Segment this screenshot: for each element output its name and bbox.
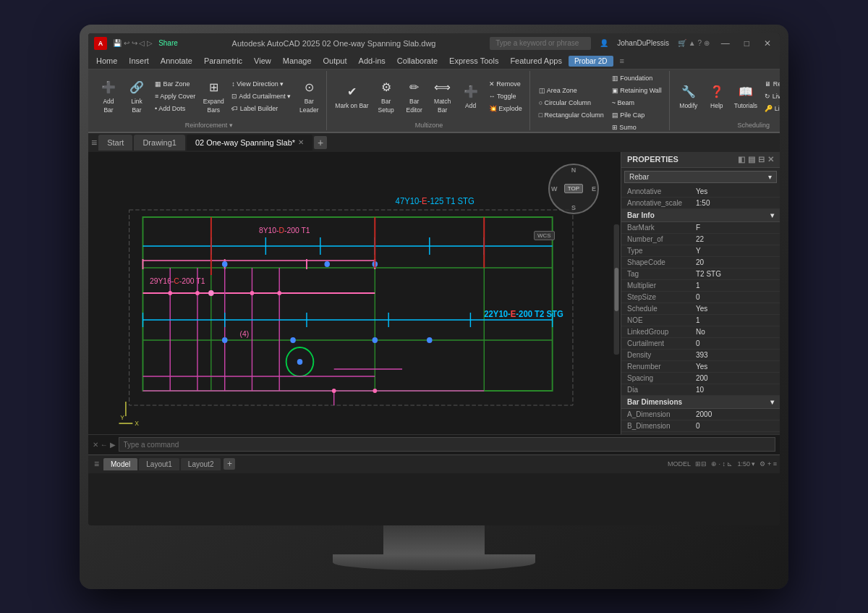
rebar-dropdown[interactable]: Rebar ▾ [624, 171, 777, 183]
svg-point-33 [168, 291, 172, 295]
svg-point-37 [277, 291, 281, 295]
ribbon-btn-remote-assistance[interactable]: 🖥 Remote Assistance [762, 78, 780, 90]
compass-north: N [571, 166, 576, 174]
command-input[interactable] [119, 437, 775, 452]
ribbon-btn-area-zone[interactable]: ◫ Area Zone [536, 85, 607, 96]
mark-on-bar-icon: ✔ [343, 83, 360, 101]
status-scale: 1:50 ▾ [737, 460, 755, 468]
layout-tab-layout1[interactable]: Layout1 [139, 458, 179, 470]
ribbon-btn-bar-setup[interactable]: ⚙ Bar Setup [373, 76, 399, 117]
menu-express[interactable]: Express Tools [444, 55, 503, 67]
compass-east: E [592, 185, 596, 193]
prop-row-type: TypeY [621, 245, 780, 257]
ribbon-btn-bar-leader[interactable]: ⊙ Bar Leader [296, 76, 322, 117]
add-tab-button[interactable]: + [314, 136, 327, 149]
maximize-button[interactable]: □ [741, 38, 752, 48]
ribbon-group-modify: 🔧 Modify ❓ Help 📖 Tutorials 🖥 Remote Ass… [671, 71, 780, 130]
ribbon-group-barsetup: ✔ Mark on Bar ⚙ Bar Setup ✏ Bar Editor [328, 71, 529, 130]
ribbon-btn-help[interactable]: ❓ Help [704, 76, 730, 117]
ribbon-btn-modify[interactable]: 🔧 Modify [676, 76, 702, 117]
tutorials-icon: 📖 [737, 83, 754, 101]
menu-insert[interactable]: Insert [124, 55, 154, 67]
search-input[interactable] [490, 37, 591, 50]
ribbon-btn-toggle[interactable]: ↔ Toggle [486, 90, 525, 102]
menu-manage[interactable]: Manage [278, 55, 317, 67]
ribbon-btn-link-bar[interactable]: 🔗 Link Bar [124, 76, 150, 117]
ribbon-btn-retaining-wall[interactable]: ▣ Retaining Wall [609, 85, 665, 96]
ribbon-btn-rect-column[interactable]: □ Rectangular Column [536, 109, 607, 121]
ribbon-btn-beam[interactable]: ~ Beam [609, 97, 665, 109]
user-icon: 👤 [600, 39, 608, 47]
tab-current[interactable]: 02 One-way Spanning Slab* ✕ [187, 135, 312, 151]
prop-row-tag: TagT2 STG [621, 269, 780, 280]
canvas-area[interactable]: -][Top][2D Wireframe] — □ ✕ [88, 152, 621, 434]
layout-tab-layout2[interactable]: Layout2 [181, 458, 221, 470]
svg-text:(4): (4) [239, 329, 249, 337]
prop-row-a_dimension: A_Dimension2000 [621, 409, 780, 420]
share-btn[interactable]: Share [158, 39, 178, 47]
wcs-button[interactable]: WCS [534, 231, 555, 240]
menu-view[interactable]: View [249, 55, 276, 67]
ribbon-btn-apply-cover[interactable]: ≡ Apply Cover [152, 90, 198, 102]
ribbon-btn-bar-zone[interactable]: ▦ Bar Zone [152, 78, 198, 90]
compass: N S W E TOP WCS [548, 164, 599, 214]
layout-menu-icon[interactable]: ≡ [91, 459, 102, 469]
barsetup-label: Multizone [333, 120, 524, 129]
svg-point-57 [373, 389, 377, 393]
compass-top-button[interactable]: TOP [564, 184, 583, 193]
ribbon-btn-add-bar[interactable]: ➕ Add Bar [95, 76, 122, 117]
tab-menu-icon[interactable]: ≡ [91, 137, 97, 148]
section-bar-info[interactable]: Bar Info ▾ [621, 209, 780, 222]
ribbon-btn-explode[interactable]: 💥 Explode [486, 103, 525, 114]
tab-start[interactable]: Start [98, 135, 132, 151]
menu-parametric[interactable]: Parametric [199, 55, 247, 67]
ribbon-btn-bar-editor[interactable]: ✏ Bar Editor [401, 76, 427, 117]
menu-addins[interactable]: Add-ins [354, 55, 391, 67]
tab-drawing1[interactable]: Drawing1 [134, 135, 184, 151]
add-layout-button[interactable]: + [224, 458, 235, 470]
layout-tabs: ≡ Model Layout1 Layout2 + MODEL ⊞⊟ ⊕ · ↕… [88, 455, 780, 473]
tab-close-btn[interactable]: ✕ [298, 138, 304, 146]
quick-access-icons: 💾 ↩ ↪ ◁ ▷ [113, 39, 153, 47]
svg-point-21 [222, 261, 228, 267]
ribbon-btn-circular-column[interactable]: ○ Circular Column [536, 97, 607, 109]
add-bar-icon: ➕ [100, 79, 117, 96]
ribbon-btn-foundation[interactable]: ▥ Foundation [609, 72, 665, 84]
menu-output[interactable]: Output [318, 55, 352, 67]
ribbon-btn-remove[interactable]: ✕ Remove [486, 78, 525, 90]
compass-south: S [571, 204, 576, 211]
minimize-button[interactable]: — [718, 38, 733, 48]
ribbon-btn-add-curtailment[interactable]: ⊡ Add Curtailment ▾ [229, 90, 294, 102]
svg-text:X: X [135, 419, 139, 426]
ribbon-btn-mark-on-bar[interactable]: ✔ Mark on Bar [333, 76, 370, 117]
ribbon-btn-live-update[interactable]: ↻ Live Update [762, 90, 780, 102]
menu-collaborate[interactable]: Collaborate [392, 55, 443, 67]
ribbon-btn-match-bar[interactable]: ⟺ Match Bar [430, 76, 456, 117]
ribbon-btn-sumo[interactable]: ⊞ Sumo [609, 122, 665, 133]
menu-extra[interactable]: ≡ [615, 55, 629, 67]
status-model: MODEL [668, 460, 691, 468]
section-bar-dimensions[interactable]: Bar Dimensions ▾ [621, 396, 780, 409]
svg-point-39 [290, 337, 296, 343]
properties-panel: PROPERTIES ◧ ▤ ⊟ ✕ Rebar ▾ Annotative Ye… [621, 152, 780, 434]
menu-featured[interactable]: Featured Apps [505, 55, 567, 67]
ribbon-group-reinforcement: ➕ Add Bar 🔗 Link Bar ▦ Bar Zone ≡ Apply … [91, 71, 327, 130]
close-button[interactable]: ✕ [761, 38, 774, 48]
svg-point-40 [373, 337, 378, 343]
ribbon-btn-license-manager[interactable]: 🔑 License Manager [762, 103, 780, 114]
menu-home[interactable]: Home [91, 55, 122, 67]
ribbon-btn-tutorials[interactable]: 📖 Tutorials [732, 76, 760, 117]
layout-tab-model[interactable]: Model [103, 458, 137, 470]
svg-point-34 [195, 291, 200, 295]
ribbon-btn-add[interactable]: ➕ Add [458, 76, 484, 117]
svg-text:8Y10-D-200 T1: 8Y10-D-200 T1 [259, 225, 310, 234]
ribbon-btn-view-direction[interactable]: ↕ View Direction ▾ [229, 78, 294, 90]
svg-point-56 [332, 389, 336, 393]
menu-probar[interactable]: Probar 2D [569, 56, 613, 67]
ribbon-btn-expand-bars[interactable]: ⊞ Expand Bars [200, 76, 226, 117]
menu-annotate[interactable]: Annotate [156, 55, 197, 67]
ribbon-btn-label-builder[interactable]: 🏷 Label Builder [229, 103, 294, 114]
reinforcement-label: Reinforcement ▾ [95, 120, 322, 129]
ribbon-btn-pile-cap[interactable]: ▤ Pile Cap [609, 109, 665, 121]
ribbon-btn-add-dots[interactable]: • Add Dots [152, 103, 198, 114]
